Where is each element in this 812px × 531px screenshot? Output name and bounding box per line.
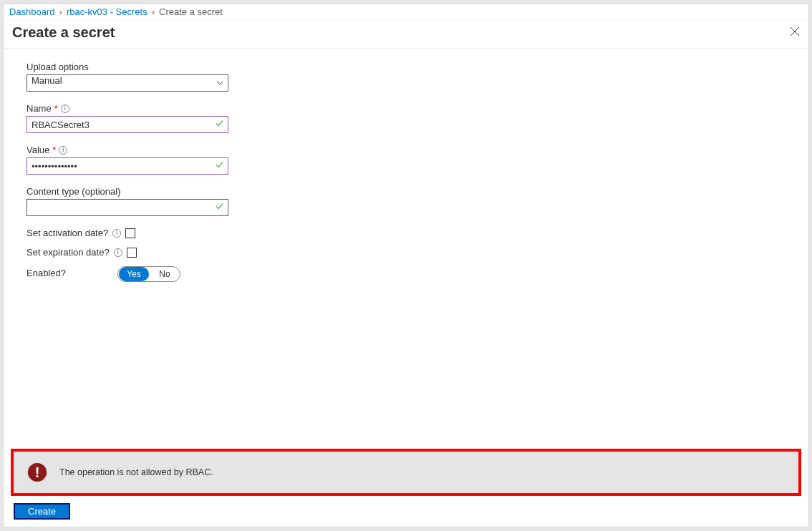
breadcrumb-current: Create a secret [159,6,223,17]
info-icon[interactable]: i [59,146,67,155]
chevron-right-icon: › [59,6,62,17]
error-icon: ! [26,462,48,483]
activation-label: Set activation date? [26,228,108,238]
blade-header: Create a secret [4,20,808,49]
enabled-row: Enabled? Yes No [26,266,808,282]
expiration-row: Set expiration date? i [26,247,808,258]
error-banner: ! The operation is not allowed by RBAC. [11,449,801,496]
breadcrumb-dashboard[interactable]: Dashboard [9,6,55,17]
value-control: Value * i [26,145,808,175]
activation-row: Set activation date? i [26,228,808,238]
check-icon [216,160,223,171]
name-label: Name * i [26,103,808,114]
breadcrumb-resource[interactable]: rbac-kv03 - Secrets [67,6,148,17]
upload-options-select[interactable]: Manual [26,74,228,92]
info-icon[interactable]: i [114,248,122,257]
required-indicator: * [54,103,58,114]
enabled-yes[interactable]: Yes [119,267,149,281]
expiration-label: Set expiration date? [26,247,110,258]
blade-footer: ! The operation is not allowed by RBAC. … [4,449,808,527]
enabled-toggle[interactable]: Yes No [117,266,180,282]
enabled-label: Enabled? [26,268,66,278]
name-input[interactable] [27,117,228,132]
error-message: The operation is not allowed by RBAC. [59,467,213,477]
info-icon[interactable]: i [61,104,69,113]
name-control: Name * i [26,103,808,133]
upload-options-control: Upload options Manual [26,62,808,92]
name-input-wrap [26,116,228,133]
upload-options-label: Upload options [26,62,808,72]
secret-form: Upload options Manual Name * i [4,49,808,282]
check-icon [216,202,223,213]
value-input-wrap [26,157,228,175]
content-type-input[interactable] [27,200,228,215]
info-icon[interactable]: i [112,229,121,238]
check-icon [216,119,223,130]
activation-checkbox[interactable] [125,228,135,238]
breadcrumb: Dashboard › rbac-kv03 - Secrets › Create… [4,4,808,20]
content-type-control: Content type (optional) [26,186,808,216]
value-label: Value * i [26,145,808,155]
value-input[interactable] [27,158,228,174]
create-button[interactable]: Create [14,503,70,520]
create-secret-blade: Dashboard › rbac-kv03 - Secrets › Create… [3,4,809,527]
required-indicator: * [52,145,56,155]
close-icon[interactable] [790,26,800,39]
page-title: Create a secret [12,24,115,41]
chevron-right-icon: › [152,6,155,17]
chevron-down-icon [212,81,228,85]
enabled-no[interactable]: No [150,267,180,281]
content-type-input-wrap [26,199,228,216]
expiration-checkbox[interactable] [127,248,137,258]
upload-options-value: Manual [27,75,212,91]
content-type-label: Content type (optional) [26,186,808,197]
